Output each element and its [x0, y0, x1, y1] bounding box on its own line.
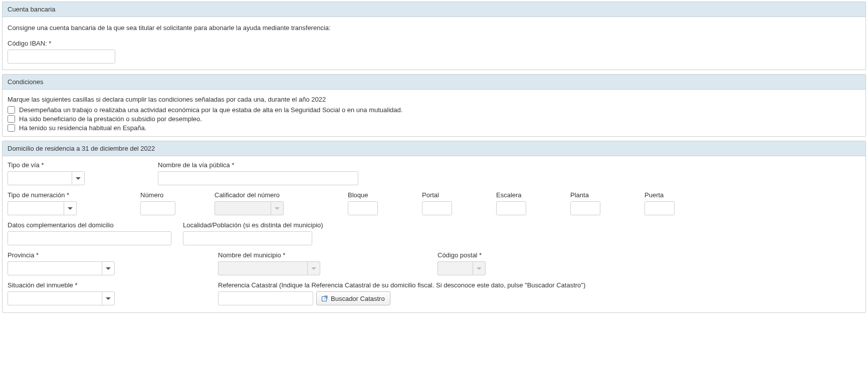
label-iban: Código IBAN: * — [8, 40, 115, 47]
combo-cpostal[interactable] — [438, 261, 588, 275]
label-tipo-numeracion: Tipo de numeración * — [8, 191, 140, 199]
button-buscador-catastro[interactable]: Buscador Catastro — [316, 291, 390, 305]
label-puerta: Puerta — [644, 191, 705, 199]
label-tipo-via: Tipo de vía * — [8, 161, 158, 169]
combo-tipo-via[interactable] — [8, 171, 158, 185]
label-numero: Número — [140, 191, 214, 199]
chevron-down-icon — [76, 177, 81, 180]
checkbox-desempleo[interactable] — [8, 115, 15, 123]
button-buscador-catastro-label: Buscador Catastro — [331, 295, 385, 302]
input-numero[interactable] — [140, 201, 175, 215]
combo-situacion[interactable] — [8, 291, 218, 305]
checkbox-trabajo[interactable] — [8, 106, 15, 114]
input-datos-comp[interactable] — [8, 231, 171, 245]
chevron-down-icon — [106, 297, 111, 300]
input-portal[interactable] — [422, 201, 452, 215]
external-link-icon — [322, 295, 328, 301]
label-municipio: Nombre del municipio * — [218, 251, 438, 259]
label-checkbox-trabajo: Desempeñaba un trabajo o realizaba una a… — [19, 106, 402, 114]
input-iban[interactable] — [8, 50, 115, 64]
label-escalera: Escalera — [496, 191, 570, 199]
combo-municipio[interactable] — [218, 261, 438, 275]
panel-header-domicilio: Domicilio de residencia a 31 de diciembr… — [3, 141, 865, 156]
panel-cuenta-bancaria: Cuenta bancaria Consigne una cuenta banc… — [2, 2, 866, 70]
combo-calificador[interactable] — [214, 201, 348, 215]
input-ref-catastral[interactable] — [218, 291, 313, 305]
panel-domicilio: Domicilio de residencia a 31 de diciembr… — [2, 141, 866, 313]
checkbox-residencia[interactable] — [8, 124, 15, 132]
input-puerta[interactable] — [644, 201, 675, 215]
chevron-down-icon — [106, 267, 111, 270]
instruction-condiciones: Marque las siguientes casillas si declar… — [8, 96, 860, 103]
label-ref-catastral: Referencia Catastral (Indique la Referen… — [218, 281, 860, 289]
input-localidad[interactable] — [183, 231, 312, 245]
input-escalera[interactable] — [496, 201, 526, 215]
combo-tipo-numeracion[interactable] — [8, 201, 140, 215]
label-calificador: Calificador del número — [214, 191, 348, 199]
panel-header-cuenta-bancaria: Cuenta bancaria — [3, 2, 865, 17]
label-planta: Planta — [570, 191, 644, 199]
chevron-down-icon — [68, 207, 73, 210]
label-portal: Portal — [422, 191, 496, 199]
panel-header-condiciones: Condiciones — [3, 75, 865, 90]
chevron-down-icon — [477, 267, 482, 270]
label-situacion: Situación del inmueble * — [8, 281, 218, 289]
label-nombre-via: Nombre de la vía pública * — [158, 161, 368, 169]
label-checkbox-desempleo: Ha sido beneficiario de la prestación o … — [19, 115, 202, 123]
label-provincia: Provincia * — [8, 251, 218, 259]
combo-provincia[interactable] — [8, 261, 218, 275]
input-nombre-via[interactable] — [158, 171, 358, 185]
label-datos-comp: Datos complementarios del domicilio — [8, 221, 183, 229]
instruction-cuenta: Consigne una cuenta bancaria de la que s… — [8, 24, 860, 32]
label-localidad: Localidad/Población (si es distinta del … — [183, 221, 383, 229]
input-planta[interactable] — [570, 201, 600, 215]
label-bloque: Bloque — [348, 191, 422, 199]
input-bloque[interactable] — [348, 201, 378, 215]
chevron-down-icon — [275, 207, 280, 210]
chevron-down-icon — [311, 267, 316, 270]
panel-condiciones: Condiciones Marque las siguientes casill… — [2, 74, 866, 137]
label-cpostal: Código postal * — [438, 251, 588, 259]
label-checkbox-residencia: Ha tenido su residencia habitual en Espa… — [19, 124, 146, 132]
